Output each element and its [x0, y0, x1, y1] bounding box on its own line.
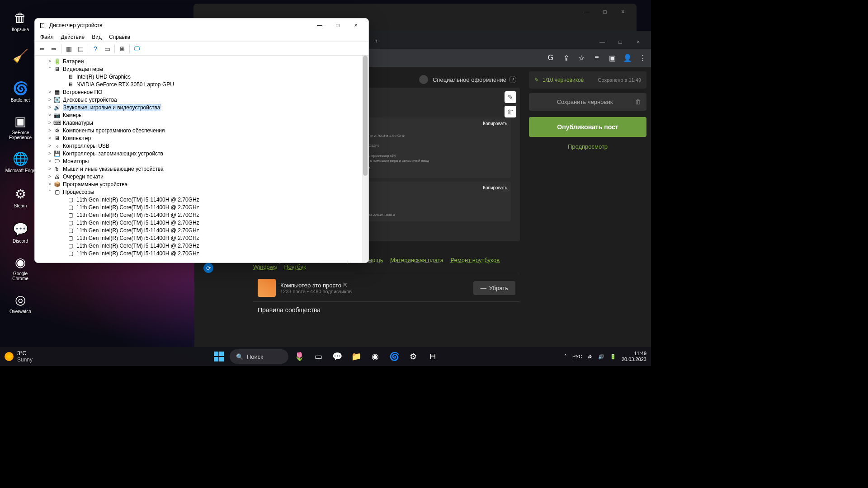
tree-node[interactable]: >⚙Компоненты программного обеспечения	[35, 127, 368, 134]
community-name[interactable]: Компьютер это просто	[280, 282, 341, 289]
tree-node[interactable]: ▢11th Gen Intel(R) Core(TM) i5-11400H @ …	[35, 196, 368, 203]
tree-node[interactable]: 🖥Intel(R) UHD Graphics	[35, 73, 368, 80]
edit-button[interactable]: ✎	[505, 91, 516, 103]
expand-icon[interactable]: >	[47, 105, 53, 110]
menu-item[interactable]: Вид	[88, 34, 105, 40]
expand-icon[interactable]: >	[47, 159, 53, 164]
tree-node[interactable]: >📷Камеры	[35, 111, 368, 119]
scrollbar[interactable]	[362, 56, 368, 263]
list-icon[interactable]: ▤	[75, 43, 86, 54]
back-icon[interactable]: ⇐	[37, 43, 47, 54]
scan-icon[interactable]: 🖥	[117, 43, 127, 54]
expand-icon[interactable]: >	[47, 128, 53, 133]
battlenet-taskbar-icon[interactable]: 🌀	[386, 348, 402, 365]
settings-close[interactable]: ×	[614, 5, 632, 19]
menu-item[interactable]: Файл	[37, 34, 57, 40]
expand-icon[interactable]: >	[47, 89, 53, 94]
chrome-close[interactable]: ×	[629, 35, 647, 49]
trash-icon[interactable]: 🗑	[635, 99, 641, 105]
explorer-icon[interactable]: 📁	[348, 348, 364, 365]
devmgr-taskbar-icon[interactable]: 🖥	[424, 348, 440, 365]
tree-node[interactable]: >💽Дисковые устройства	[35, 96, 368, 103]
external-link-icon[interactable]: ⇱	[343, 282, 348, 289]
desktop-icon[interactable]: 🧹	[5, 40, 36, 71]
tree-node[interactable]: >🔋Батареи	[35, 57, 368, 65]
special-toggle[interactable]	[419, 75, 428, 84]
expand-icon[interactable]: >	[47, 182, 53, 187]
chrome-toolbar-icon[interactable]: ⋮	[638, 53, 647, 62]
desktop-icon[interactable]: 🗑Корзина	[5, 5, 36, 36]
desktop-icon[interactable]: ◉Google Chrome	[5, 251, 36, 283]
tray-chevron-icon[interactable]: ˄	[564, 354, 567, 360]
delete-button[interactable]: 🗑	[505, 106, 516, 117]
weather-widget[interactable]: 3°C Sunny	[5, 350, 33, 363]
devmgr-maximize[interactable]: □	[329, 19, 347, 32]
recommended-tag[interactable]: Ноутбук	[284, 263, 306, 270]
chrome-toolbar-icon[interactable]: 👤	[623, 53, 632, 62]
desktop-icon[interactable]: ◎Overwatch	[5, 286, 36, 318]
chrome-minimize[interactable]: —	[593, 35, 611, 49]
expand-icon[interactable]: >	[47, 151, 53, 156]
chrome-newtab-button[interactable]: +	[369, 33, 383, 49]
save-draft-button[interactable]: Сохранить черновик 🗑	[529, 93, 646, 111]
tray-language[interactable]: РУС	[572, 354, 582, 359]
view-icon[interactable]: ▦	[63, 43, 74, 54]
tray-network-icon[interactable]: 🖧	[588, 354, 593, 359]
expand-icon[interactable]: >	[47, 166, 53, 171]
settings-minimize[interactable]: —	[578, 5, 596, 19]
tree-node[interactable]: >⌨Клавиатуры	[35, 119, 368, 127]
devmgr-minimize[interactable]: —	[311, 19, 329, 32]
device-tree[interactable]: >🔋Батареи˅🖥Видеоадаптеры🖥Intel(R) UHD Gr…	[35, 56, 368, 263]
copy-button[interactable]: Копировать	[483, 121, 507, 126]
tree-node[interactable]: 🖥NVIDIA GeForce RTX 3050 Laptop GPU	[35, 80, 368, 88]
preview-link[interactable]: Предпросмотр	[529, 143, 646, 150]
expand-icon[interactable]: >	[47, 97, 53, 102]
tree-node[interactable]: ▢11th Gen Intel(R) Core(TM) i5-11400H @ …	[35, 226, 368, 234]
menu-item[interactable]: Справка	[105, 34, 134, 40]
tree-node[interactable]: ▢11th Gen Intel(R) Core(TM) i5-11400H @ …	[35, 234, 368, 242]
tree-node[interactable]: ▢11th Gen Intel(R) Core(TM) i5-11400H @ …	[35, 219, 368, 226]
drafts-box[interactable]: ✎ 1/10 черновиков Сохранено в 11:49	[529, 71, 646, 89]
scrollbar-thumb[interactable]	[363, 56, 368, 176]
recommended-tag[interactable]: Windows	[253, 263, 277, 270]
chat-icon[interactable]: 💬	[329, 348, 345, 365]
tree-node[interactable]: >🖨Очереди печати	[35, 173, 368, 180]
tree-node[interactable]: >📦Программные устройства	[35, 180, 368, 188]
tree-node[interactable]: ▢11th Gen Intel(R) Core(TM) i5-11400H @ …	[35, 203, 368, 211]
desktop-icon[interactable]: 💬Discord	[5, 216, 36, 248]
expand-icon[interactable]: >	[47, 143, 53, 148]
chrome-toolbar-icon[interactable]: ▣	[608, 53, 617, 62]
tree-node[interactable]: >▦Встроенное ПО	[35, 88, 368, 96]
chrome-taskbar-icon[interactable]: ◉	[367, 348, 383, 365]
chrome-toolbar-icon[interactable]: ⇪	[561, 53, 571, 62]
taskview-icon[interactable]: ▭	[310, 348, 326, 365]
tree-node[interactable]: ˅🖥Видеоадаптеры	[35, 65, 368, 73]
taskbar-search[interactable]: 🔍Поиск	[230, 349, 288, 364]
tree-node[interactable]: >💾Контроллеры запоминающих устройств	[35, 150, 368, 157]
recommended-tag[interactable]: Материнская плата	[390, 257, 443, 263]
expand-icon[interactable]: >	[47, 120, 53, 125]
help-icon[interactable]: ?	[90, 43, 101, 54]
copy-button[interactable]: Копировать	[483, 185, 507, 190]
expand-icon[interactable]: ˅	[47, 66, 53, 71]
start-button[interactable]	[211, 348, 227, 365]
chrome-toolbar-icon[interactable]: G	[546, 53, 555, 62]
tray-battery-icon[interactable]: 🔋	[610, 354, 616, 360]
expand-icon[interactable]: >	[47, 136, 53, 141]
tree-node[interactable]: >🖱Мыши и иные указывающие устройства	[35, 165, 368, 173]
remove-community-button[interactable]: —Убрать	[473, 281, 515, 295]
tree-node[interactable]: >🔊Звуковые, игровые и видеоустройства	[35, 103, 368, 111]
settings-maximize[interactable]: □	[596, 5, 614, 19]
widgets-icon[interactable]: 🌷	[291, 348, 307, 365]
settings-taskbar-icon[interactable]: ⚙	[405, 348, 421, 365]
chrome-toolbar-icon[interactable]: ☆	[577, 53, 586, 62]
expand-icon[interactable]: >	[47, 113, 53, 117]
tree-node[interactable]: >⬨Контроллеры USB	[35, 142, 368, 150]
menu-item[interactable]: Действие	[57, 34, 89, 40]
device-icon[interactable]: 🖵	[132, 43, 142, 54]
chrome-toolbar-icon[interactable]: ≡	[592, 53, 601, 62]
tree-node[interactable]: >🖵Мониторы	[35, 157, 368, 165]
chrome-maximize[interactable]: □	[611, 35, 629, 49]
devmgr-close[interactable]: ×	[347, 19, 365, 32]
tree-node[interactable]: ˅▢Процессоры	[35, 188, 368, 196]
